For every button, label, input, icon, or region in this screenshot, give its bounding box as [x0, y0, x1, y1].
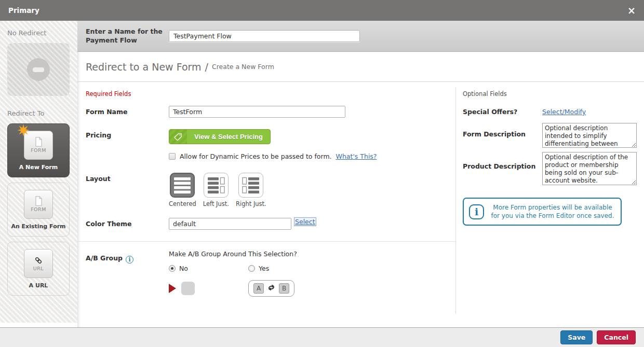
section-divider — [77, 241, 455, 242]
info-note-text: More Form properties will be available f… — [490, 203, 615, 220]
form-icon: FORM — [24, 190, 53, 219]
link-icon: URL — [24, 249, 53, 278]
payment-flow-dialog: Primary × No Redirect Redirect To FORM — [0, 0, 644, 347]
dynamic-prices-checkbox[interactable] — [169, 153, 176, 160]
product-description-textarea[interactable]: Optional description of the product or m… — [542, 152, 637, 185]
required-fields-panel: Required Fields Form Name Pricing — [77, 82, 455, 327]
ab-split-illustration: A B — [248, 280, 294, 297]
whats-this-link[interactable]: What's This? — [336, 152, 377, 160]
form-description-label: Form Description — [463, 123, 542, 138]
close-icon[interactable]: × — [627, 6, 636, 16]
color-theme-label: Color Theme — [86, 218, 169, 228]
product-description-label: Product Description — [463, 152, 542, 170]
ab-radio-no[interactable]: No — [169, 265, 248, 272]
form-name-input[interactable] — [169, 106, 345, 118]
layout-option-right-justified[interactable]: Right Just. — [236, 173, 266, 207]
play-icon — [169, 284, 176, 293]
sidebar-item-existing-form[interactable]: FORM An Existing Form — [7, 183, 70, 237]
view-select-pricing-button[interactable]: View & Select Pricing — [169, 129, 271, 144]
layout-right-icon — [238, 173, 263, 198]
layout-option-centered[interactable]: Centered — [169, 173, 196, 207]
required-fields-label: Required Fields — [86, 90, 455, 98]
layout-centered-icon — [170, 173, 195, 198]
swap-icon — [267, 284, 276, 293]
sidebar-item-label: A URL — [29, 282, 48, 289]
page-subtitle: Create a New Form — [212, 63, 274, 71]
dialog-title: Primary — [8, 6, 39, 15]
ab-radio-yes[interactable]: Yes — [248, 265, 328, 272]
section-heading: Redirect to a New Form / Create a New Fo… — [77, 52, 644, 82]
dialog-footer: Save Cancel — [0, 327, 644, 347]
optional-fields-title: Optional Fields — [463, 90, 637, 98]
redirect-sidebar: No Redirect Redirect To FORM A New Form — [0, 21, 77, 323]
sidebar-item-label: A New Form — [19, 164, 58, 171]
form-name-label: Form Name — [86, 106, 169, 116]
layout-label: Layout — [86, 173, 169, 183]
sidebar-item-label: An Existing Form — [11, 223, 65, 230]
color-theme-input[interactable] — [169, 218, 291, 230]
radio-yes-icon[interactable] — [248, 265, 255, 272]
color-theme-select-link[interactable]: Select — [294, 218, 316, 226]
sidebar-item-new-form[interactable]: FORM A New Form — [7, 123, 70, 177]
dialog-titlebar: Primary × — [0, 0, 644, 21]
no-redirect-label: No Redirect — [7, 29, 70, 37]
optional-fields-panel: Optional Fields Special Offers? Select/M… — [455, 82, 644, 327]
single-flow-illustration — [169, 282, 248, 295]
info-icon: i — [469, 204, 484, 219]
special-offers-label: Special Offers? — [463, 108, 542, 116]
minus-icon — [27, 58, 50, 81]
save-button[interactable]: Save — [560, 330, 593, 344]
sidebar-item-url[interactable]: URL A URL — [7, 242, 70, 296]
single-step-icon — [181, 282, 195, 295]
special-offers-select-modify-link[interactable]: Select/Modify — [542, 108, 586, 116]
no-redirect-option[interactable] — [7, 43, 70, 96]
ab-group-info-icon[interactable]: i — [126, 256, 133, 263]
dynamic-prices-label: Allow for Dynamic Prices to be passed to… — [180, 152, 332, 160]
cancel-button[interactable]: Cancel — [597, 330, 636, 344]
main-panel: Enter a Name for the Payment Flow Redire… — [77, 21, 644, 327]
layout-left-icon — [204, 173, 229, 198]
flow-name-label: Enter a Name for the Payment Flow — [86, 27, 164, 45]
flow-name-bar: Enter a Name for the Payment Flow — [77, 21, 644, 52]
variant-b-icon: B — [279, 283, 289, 294]
new-star-icon — [17, 123, 30, 138]
ab-group-question: Make A/B Group Around This Selection? — [169, 250, 455, 258]
page-title: Redirect to a New Form — [86, 61, 202, 73]
variant-a-icon: A — [253, 283, 264, 294]
flow-name-input[interactable] — [169, 30, 360, 42]
pricing-label: Pricing — [86, 129, 169, 139]
redirect-to-label: Redirect To — [7, 109, 70, 117]
radio-no-icon[interactable] — [169, 265, 176, 272]
form-description-textarea[interactable]: Optional description intended to simplif… — [542, 123, 637, 148]
form-editor-info-box: i More Form properties will be available… — [463, 198, 622, 226]
price-tag-icon — [169, 130, 187, 144]
title-separator: / — [205, 61, 208, 73]
layout-option-left-justified[interactable]: Left Just. — [203, 173, 229, 207]
ab-group-label: A/B Group — [86, 254, 123, 262]
